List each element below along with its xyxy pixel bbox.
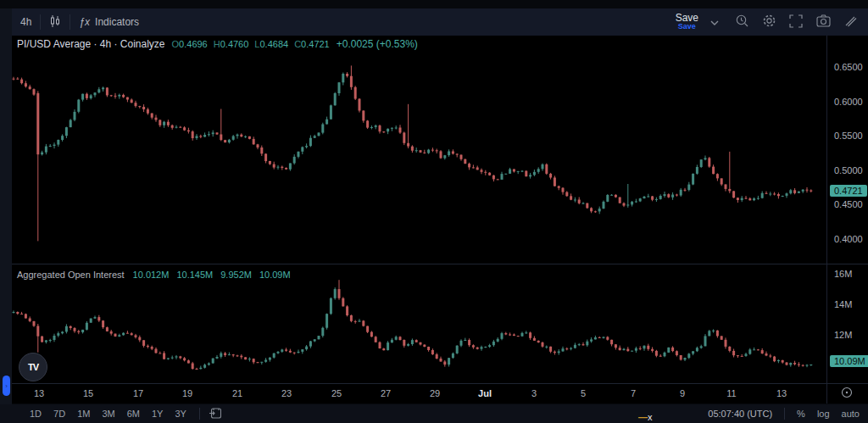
range-buttons: 1D7D1M3M6M1Y3Y	[24, 407, 192, 420]
time-tick: 15	[83, 388, 93, 398]
last-oi-badge: 10.09M	[830, 355, 868, 367]
gear-icon	[762, 14, 776, 31]
time-tick: 19	[182, 388, 192, 398]
time-tick: 7	[631, 388, 636, 398]
price-tick: 16M	[834, 269, 852, 279]
time-tick: 13	[776, 388, 787, 398]
window-top-strip	[0, 0, 868, 8]
left-edge-strip	[0, 8, 12, 423]
indicators-button[interactable]: ƒx Indicators	[70, 8, 147, 36]
price-tick: 0.5000	[834, 165, 863, 175]
clock-utc[interactable]: 05:07:40 (UTC)	[708, 409, 772, 419]
time-tick: 25	[331, 388, 342, 398]
market-replay-icon	[735, 14, 749, 31]
pane-divider[interactable]	[12, 264, 868, 264]
timezone-clock-icon[interactable]	[838, 386, 855, 399]
time-tick: 11	[726, 388, 736, 398]
replay-button[interactable]	[731, 11, 753, 33]
goto-date-button[interactable]	[207, 405, 224, 422]
indicators-label: Indicators	[95, 16, 139, 28]
price-tick: 12M	[834, 330, 852, 340]
fx-icon: ƒx	[79, 16, 90, 28]
time-tick: 23	[281, 388, 292, 398]
chevron-down-icon	[710, 16, 719, 28]
time-tick: 13	[34, 388, 44, 398]
save-menu-button[interactable]	[704, 11, 726, 33]
camera-icon	[816, 14, 831, 30]
open-interest-pane[interactable]	[12, 264, 826, 383]
bottom-bar-right: 05:07:40 (UTC) % log auto	[708, 408, 868, 420]
sidebar-toggle-handle[interactable]: ›	[3, 376, 10, 396]
time-tick: 3	[531, 388, 537, 398]
time-tick: 21	[232, 388, 242, 398]
range-button-3y[interactable]: 3Y	[170, 407, 190, 420]
top-toolbar: 4h ƒx Indicators Save Save	[12, 8, 868, 36]
cursor-artifact: —x	[638, 412, 653, 422]
screenshot-button[interactable]	[812, 11, 834, 33]
fullscreen-icon	[789, 14, 803, 31]
range-button-1d[interactable]: 1D	[25, 407, 46, 420]
time-tick: 9	[680, 388, 685, 398]
auto-scale-button[interactable]: auto	[842, 409, 860, 419]
save-button[interactable]: Save Save	[676, 14, 698, 31]
toolbar-right-group: Save Save	[676, 11, 868, 33]
time-tick: 5	[581, 388, 586, 398]
chart-style-button[interactable]	[41, 8, 70, 36]
price-tick: 0.5500	[834, 131, 863, 141]
time-tick: 29	[430, 388, 440, 398]
interval-button[interactable]: 4h	[12, 8, 40, 36]
time-tick: Jul	[478, 388, 492, 398]
goto-date-icon	[209, 408, 221, 420]
percent-scale-button[interactable]: %	[797, 409, 805, 419]
interval-label: 4h	[20, 16, 31, 28]
price-tick: 0.4500	[834, 199, 863, 209]
save-hint: Save	[678, 22, 696, 31]
price-tick: 0.4000	[834, 234, 863, 244]
pencil-icon	[844, 14, 857, 30]
bottom-bar-separator	[784, 408, 785, 420]
range-button-1m[interactable]: 1M	[73, 407, 94, 420]
tv-logo-text: TV	[28, 362, 38, 372]
log-scale-button[interactable]: log	[817, 409, 830, 419]
save-label: Save	[676, 14, 698, 22]
time-tick: 27	[381, 388, 391, 398]
price-tick: 0.6000	[834, 97, 863, 107]
fullscreen-button[interactable]	[785, 11, 807, 33]
cursor-dash: —	[638, 412, 648, 422]
time-tick: 17	[133, 388, 143, 398]
range-button-3m[interactable]: 3M	[97, 407, 119, 420]
price-tick: 14M	[834, 299, 852, 309]
price-pane[interactable]	[12, 36, 826, 264]
last-price-badge: 0.4721	[830, 185, 867, 197]
candles-style-icon	[49, 14, 61, 31]
tradingview-logo[interactable]: TV	[19, 353, 47, 381]
range-button-7d[interactable]: 7D	[49, 407, 70, 420]
range-button-1y[interactable]: 1Y	[147, 407, 167, 420]
publish-button[interactable]	[839, 11, 861, 33]
settings-button[interactable]	[758, 11, 780, 33]
bottom-toolbar: 1D7D1M3M6M1Y3Y 05:07:40 (UTC) % log auto	[0, 404, 868, 423]
cursor-x: x	[648, 412, 653, 422]
bottom-bar-separator	[199, 408, 200, 420]
range-button-6m[interactable]: 6M	[123, 407, 144, 420]
price-tick: 0.6500	[834, 62, 863, 72]
